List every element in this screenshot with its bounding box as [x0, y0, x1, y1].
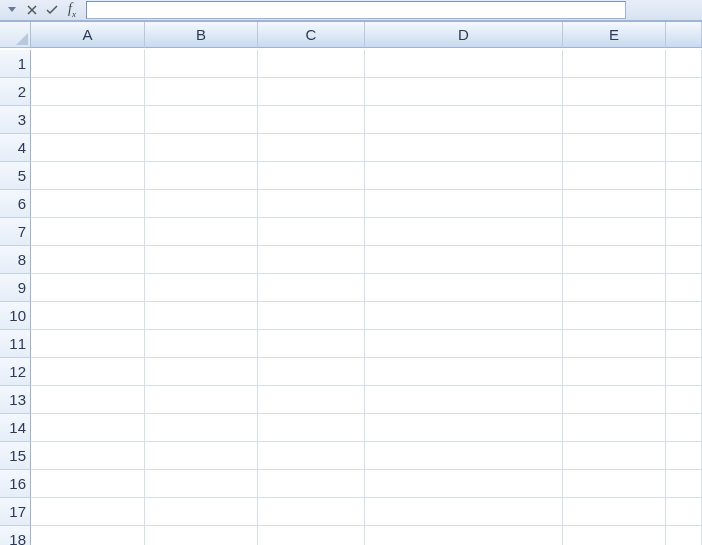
cell-b2[interactable] [145, 78, 258, 106]
cell-f2[interactable] [666, 78, 702, 106]
cell-f4[interactable] [666, 134, 702, 162]
cell-b17[interactable] [145, 498, 258, 526]
cell-a1[interactable] [31, 50, 145, 78]
cell-d8[interactable] [365, 246, 563, 274]
cell-b1[interactable] [145, 50, 258, 78]
cell-c8[interactable] [258, 246, 365, 274]
column-header-partial[interactable] [666, 22, 702, 48]
cell-c16[interactable] [258, 470, 365, 498]
cell-a10[interactable] [31, 302, 145, 330]
column-header-b[interactable]: B [145, 22, 258, 48]
cell-c9[interactable] [258, 274, 365, 302]
cell-e1[interactable] [563, 50, 666, 78]
cell-e13[interactable] [563, 386, 666, 414]
cell-b8[interactable] [145, 246, 258, 274]
cell-f3[interactable] [666, 106, 702, 134]
cell-e2[interactable] [563, 78, 666, 106]
cell-d2[interactable] [365, 78, 563, 106]
cell-e15[interactable] [563, 442, 666, 470]
cell-c7[interactable] [258, 218, 365, 246]
cell-d13[interactable] [365, 386, 563, 414]
cell-c3[interactable] [258, 106, 365, 134]
cell-f5[interactable] [666, 162, 702, 190]
row-header-16[interactable]: 16 [0, 470, 31, 498]
cell-e17[interactable] [563, 498, 666, 526]
column-header-a[interactable]: A [31, 22, 145, 48]
cell-c15[interactable] [258, 442, 365, 470]
cell-f9[interactable] [666, 274, 702, 302]
cell-f7[interactable] [666, 218, 702, 246]
cell-d3[interactable] [365, 106, 563, 134]
cell-d9[interactable] [365, 274, 563, 302]
cell-b6[interactable] [145, 190, 258, 218]
cell-c10[interactable] [258, 302, 365, 330]
row-header-14[interactable]: 14 [0, 414, 31, 442]
cell-c2[interactable] [258, 78, 365, 106]
cell-a2[interactable] [31, 78, 145, 106]
cell-c14[interactable] [258, 414, 365, 442]
cell-a3[interactable] [31, 106, 145, 134]
cell-c12[interactable] [258, 358, 365, 386]
cell-b13[interactable] [145, 386, 258, 414]
cell-a15[interactable] [31, 442, 145, 470]
cell-f6[interactable] [666, 190, 702, 218]
cell-b4[interactable] [145, 134, 258, 162]
formula-cancel-button[interactable] [22, 1, 42, 19]
cell-c1[interactable] [258, 50, 365, 78]
cell-f15[interactable] [666, 442, 702, 470]
cell-b11[interactable] [145, 330, 258, 358]
cell-c5[interactable] [258, 162, 365, 190]
formula-enter-button[interactable] [42, 1, 62, 19]
cell-c18[interactable] [258, 526, 365, 545]
column-header-d[interactable]: D [365, 22, 563, 48]
cell-d11[interactable] [365, 330, 563, 358]
cell-a17[interactable] [31, 498, 145, 526]
select-all-corner[interactable] [0, 22, 31, 48]
row-header-18[interactable]: 18 [0, 526, 31, 545]
row-header-4[interactable]: 4 [0, 134, 31, 162]
row-header-10[interactable]: 10 [0, 302, 31, 330]
cell-e6[interactable] [563, 190, 666, 218]
cell-b18[interactable] [145, 526, 258, 545]
row-header-17[interactable]: 17 [0, 498, 31, 526]
row-header-6[interactable]: 6 [0, 190, 31, 218]
cell-d15[interactable] [365, 442, 563, 470]
row-header-3[interactable]: 3 [0, 106, 31, 134]
row-header-9[interactable]: 9 [0, 274, 31, 302]
cell-d7[interactable] [365, 218, 563, 246]
cell-e18[interactable] [563, 526, 666, 545]
cell-f1[interactable] [666, 50, 702, 78]
cell-b15[interactable] [145, 442, 258, 470]
cell-a6[interactable] [31, 190, 145, 218]
dropdown-arrow[interactable] [2, 1, 22, 19]
cell-e8[interactable] [563, 246, 666, 274]
cell-a4[interactable] [31, 134, 145, 162]
cell-b9[interactable] [145, 274, 258, 302]
column-header-e[interactable]: E [563, 22, 666, 48]
cell-e14[interactable] [563, 414, 666, 442]
cell-a18[interactable] [31, 526, 145, 545]
cell-a7[interactable] [31, 218, 145, 246]
row-header-8[interactable]: 8 [0, 246, 31, 274]
cell-b14[interactable] [145, 414, 258, 442]
cell-e16[interactable] [563, 470, 666, 498]
row-header-7[interactable]: 7 [0, 218, 31, 246]
cell-e10[interactable] [563, 302, 666, 330]
cell-f16[interactable] [666, 470, 702, 498]
cell-e3[interactable] [563, 106, 666, 134]
cell-e4[interactable] [563, 134, 666, 162]
cell-d18[interactable] [365, 526, 563, 545]
cell-e12[interactable] [563, 358, 666, 386]
row-header-12[interactable]: 12 [0, 358, 31, 386]
cell-f12[interactable] [666, 358, 702, 386]
cell-a12[interactable] [31, 358, 145, 386]
column-header-c[interactable]: C [258, 22, 365, 48]
cell-b12[interactable] [145, 358, 258, 386]
cell-c17[interactable] [258, 498, 365, 526]
cell-d16[interactable] [365, 470, 563, 498]
cell-a8[interactable] [31, 246, 145, 274]
cell-d12[interactable] [365, 358, 563, 386]
row-header-5[interactable]: 5 [0, 162, 31, 190]
cell-d17[interactable] [365, 498, 563, 526]
cell-d1[interactable] [365, 50, 563, 78]
